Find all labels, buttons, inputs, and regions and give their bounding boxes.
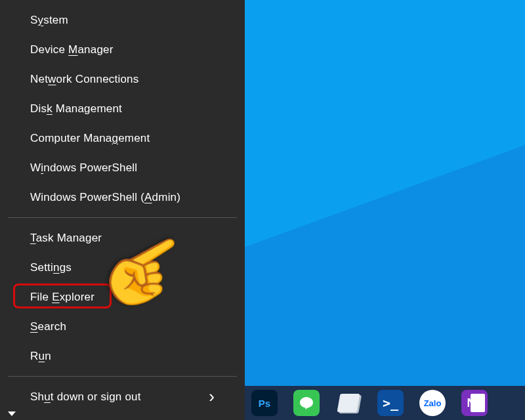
menu-item-label: Search <box>30 320 66 333</box>
menu-separator <box>8 376 237 377</box>
menu-item-settings[interactable]: Settings <box>0 253 245 282</box>
menu-item-label: Settings <box>30 261 72 274</box>
taskbar-icon-onenote[interactable]: N <box>461 390 488 416</box>
chevron-right-icon: › <box>209 387 215 407</box>
menu-separator <box>8 217 237 218</box>
scroll-down-icon[interactable] <box>8 411 16 416</box>
taskbar-icon-powershell[interactable]: >_ <box>377 390 404 416</box>
document-icon <box>337 394 360 412</box>
menu-item-system[interactable]: System <box>0 5 245 35</box>
menu-item-label: System <box>30 14 68 27</box>
menu-item-label: Windows PowerShell <box>30 161 137 175</box>
menu-item-file-explorer[interactable]: File Explorer <box>0 282 245 312</box>
line-app-icon <box>299 395 314 411</box>
menu-item-network-connections[interactable]: Network Connections <box>0 64 245 94</box>
powershell-icon: >_ <box>383 395 398 411</box>
menu-item-shutdown[interactable]: Shut down or sign out› <box>0 382 245 411</box>
taskbar-icon-zalo[interactable]: Zalo <box>419 390 446 416</box>
menu-item-label: Device Manager <box>30 43 114 56</box>
menu-item-label: Network Connections <box>30 73 138 86</box>
menu-item-label: Disk Management <box>30 102 122 116</box>
taskbar-icon-line[interactable] <box>293 390 320 416</box>
menu-item-search[interactable]: Search <box>0 312 245 341</box>
onenote-n-icon: N <box>467 396 476 410</box>
taskbar: Ps >_ Zalo N <box>245 386 525 420</box>
menu-item-windows-powershell[interactable]: Windows PowerShell <box>0 153 245 182</box>
menu-item-label: Run <box>30 350 51 363</box>
menu-item-label: Windows PowerShell (Admin) <box>30 191 180 204</box>
menu-item-disk-management[interactable]: Disk Management <box>0 94 245 123</box>
menu-item-label: Computer Management <box>30 132 150 145</box>
taskbar-icon-photoshop[interactable]: Ps <box>251 390 278 416</box>
menu-item-task-manager[interactable]: Task Manager <box>0 223 245 253</box>
taskbar-icon-document[interactable] <box>335 390 362 416</box>
menu-item-label: Shut down or sign out <box>30 390 141 404</box>
menu-item-windows-powershell-admin[interactable]: Windows PowerShell (Admin) <box>0 182 245 212</box>
menu-item-device-manager[interactable]: Device Manager <box>0 35 245 64</box>
menu-item-run[interactable]: Run <box>0 341 245 371</box>
menu-item-label: Task Manager <box>30 232 102 245</box>
power-user-menu: SystemDevice ManagerNetwork ConnectionsD… <box>0 0 245 420</box>
menu-item-label: File Explorer <box>30 291 94 304</box>
menu-item-computer-management[interactable]: Computer Management <box>0 123 245 153</box>
